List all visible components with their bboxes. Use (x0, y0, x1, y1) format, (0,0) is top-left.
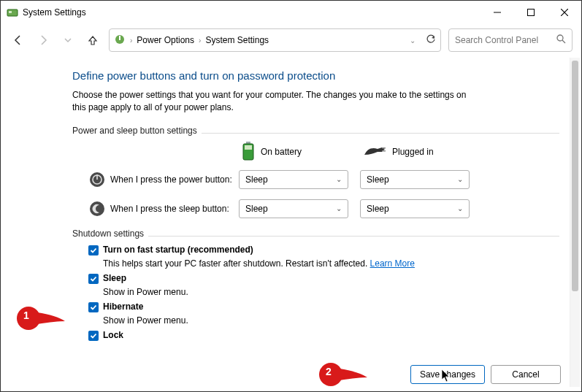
svg-line-9 (562, 40, 565, 43)
svg-rect-13 (382, 147, 386, 149)
column-on-battery: On battery (242, 142, 363, 163)
hibernate-label: Hibernate (103, 301, 143, 312)
svg-rect-14 (382, 150, 386, 152)
sleep-button-plugged-select[interactable]: Sleep⌄ (360, 199, 470, 218)
hibernate-checkbox[interactable] (88, 302, 99, 312)
svg-rect-3 (528, 9, 535, 16)
power-sleep-legend: Power and sleep button settings (72, 126, 197, 136)
learn-more-link[interactable]: Learn More (370, 258, 415, 269)
refresh-button[interactable] (426, 34, 436, 47)
sleep-button-battery-select[interactable]: Sleep⌄ (239, 199, 348, 218)
power-button-row: When I press the power button: Sleep⌄ Sl… (88, 170, 559, 189)
power-sleep-group: Power and sleep button settings On batte… (72, 126, 559, 218)
svg-rect-7 (119, 36, 120, 40)
forward-button[interactable] (34, 31, 52, 49)
power-options-icon (114, 34, 126, 47)
toolbar: › Power Options › System Settings ⌄ Sear… (1, 24, 581, 56)
chevron-down-icon: ⌄ (457, 175, 463, 183)
plug-icon (363, 145, 386, 160)
cancel-button[interactable]: Cancel (491, 365, 561, 384)
battery-icon (242, 142, 255, 163)
minimize-button[interactable] (480, 1, 514, 24)
close-button[interactable] (548, 1, 581, 24)
window-title: System Settings (23, 7, 86, 18)
hibernate-description: Show in Power menu. (103, 315, 559, 326)
fast-startup-label: Turn on fast startup (recommended) (103, 245, 253, 255)
shutdown-settings-group: Shutdown settings Turn on fast startup (… (72, 228, 559, 341)
titlebar: System Settings (1, 1, 581, 24)
chevron-down-icon: ⌄ (336, 175, 342, 183)
breadcrumb-power-options[interactable]: Power Options (137, 35, 194, 45)
sleep-button-label: When I press the sleep button: (110, 204, 239, 214)
svg-rect-1 (9, 11, 12, 13)
breadcrumb-system-settings[interactable]: System Settings (205, 35, 269, 45)
maximize-button[interactable] (514, 1, 548, 24)
sleep-button-row: When I press the sleep button: Sleep⌄ Sl… (88, 199, 559, 218)
sleep-label: Sleep (103, 273, 126, 283)
back-button[interactable] (9, 31, 27, 49)
control-panel-icon (7, 7, 18, 18)
power-button-plugged-select[interactable]: Sleep⌄ (360, 170, 470, 189)
save-changes-button[interactable]: Save changes (410, 365, 485, 384)
search-placeholder: Search Control Panel (455, 35, 552, 45)
sleep-description: Show in Power menu. (103, 287, 559, 297)
power-icon (88, 171, 106, 188)
search-icon (556, 34, 566, 46)
chevron-down-icon[interactable]: ⌄ (410, 36, 416, 45)
svg-point-8 (557, 35, 563, 41)
address-bar[interactable]: › Power Options › System Settings ⌄ (109, 28, 441, 52)
column-plugged-in: Plugged in (363, 145, 484, 160)
recent-locations-button[interactable] (59, 31, 77, 49)
svg-point-20 (319, 363, 342, 386)
page-description: Choose the power settings that you want … (72, 89, 481, 114)
annotation-callout-2: 2 (319, 361, 350, 385)
chevron-right-icon: › (199, 36, 201, 45)
page-heading: Define power buttons and turn on passwor… (72, 69, 559, 82)
up-button[interactable] (84, 31, 102, 49)
chevron-down-icon: ⌄ (336, 204, 342, 212)
chevron-right-icon: › (130, 36, 132, 45)
search-input[interactable]: Search Control Panel (448, 28, 573, 52)
power-button-label: When I press the power button: (110, 174, 239, 185)
shutdown-settings-legend: Shutdown settings (72, 228, 144, 239)
fast-startup-checkbox[interactable] (88, 245, 99, 255)
svg-point-18 (90, 201, 104, 216)
chevron-down-icon: ⌄ (457, 204, 463, 212)
svg-rect-12 (245, 145, 252, 150)
moon-icon (88, 200, 106, 218)
lock-checkbox[interactable] (88, 331, 99, 341)
lock-label: Lock (103, 330, 123, 340)
content-area: Define power buttons and turn on passwor… (1, 56, 581, 341)
footer-buttons: Save changes Cancel (410, 365, 561, 384)
sleep-checkbox[interactable] (88, 274, 99, 284)
fast-startup-description: This helps start your PC faster after sh… (103, 258, 559, 269)
power-button-battery-select[interactable]: Sleep⌄ (239, 170, 348, 189)
